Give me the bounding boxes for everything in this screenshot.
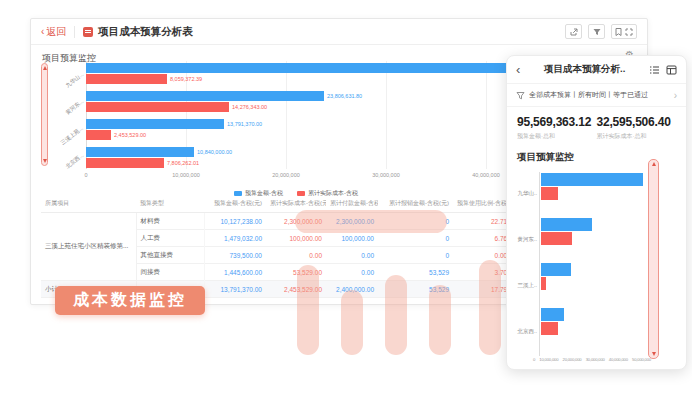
value-cell: 5,019,004.01 [266,298,326,306]
bar[interactable] [541,308,564,321]
bar[interactable] [86,119,224,129]
value-cell: 0 [378,213,453,230]
panel-title: 项目成本预算分析.. [520,63,649,76]
x-tick-label: 30,000,000 [372,172,400,178]
value-cell: 100,000.00 [266,230,326,247]
more-tools-button[interactable] [611,24,637,39]
column-header: 累计付款金额-含税(元) [326,195,378,213]
bar-group [541,172,643,200]
panel-chart-categories: 九华山..黄河东..三溪上..北京西.. [513,170,537,354]
x-tick-label: 20,000,000 [272,172,300,178]
project-cell: 三溪上苑住宅小区精装修第... [41,213,136,281]
metric-caption: 累计实际成本·总和 [597,132,677,141]
metric-budget-total: 95,569,363.12 预算金额·总和 [517,115,597,141]
chart-vertical-scrollbar[interactable] [41,63,48,166]
share-icon [570,28,578,36]
bar[interactable] [541,187,558,200]
value-cell: 0 [378,247,453,264]
bar[interactable] [541,232,572,245]
value-cell: 0.00 [266,247,326,264]
bar[interactable] [86,158,164,168]
bar-row [541,307,643,321]
bar-value-label: 23,806,631.80 [327,93,362,99]
bar-row [541,217,643,231]
bar-group [541,262,643,290]
value-cell: 1,479,032.00 [204,230,266,247]
panel-chart-xticks: 010,000,00020,000,00030,000,00040,000,00… [533,357,651,362]
filter-icon [593,28,601,36]
bar[interactable] [541,263,571,276]
bookmark-icon [615,28,622,36]
value-cell: 100,000.00 [326,230,378,247]
x-tick-label: 10,000,000 [172,172,200,178]
screen: ‹ 返回 项目成本预算分析表 [0,0,692,402]
titlebar-divider [74,26,75,38]
bar-row [541,276,643,290]
panel-filter-bar[interactable]: 全部成本预算丨所有时间丨等于已通过 › [507,83,686,107]
bar[interactable] [86,130,111,140]
filter-summary: 全部成本预算丨所有时间丨等于已通过 [529,90,670,100]
x-tick-label: 30,000,000 [586,357,605,362]
metric-caption: 预算金额·总和 [517,132,597,141]
x-tick-label: 20,000,000 [563,357,582,362]
bar-value-label: 14,276,343.00 [232,104,267,110]
list-view-icon[interactable] [649,65,660,75]
back-label: 返回 [46,25,66,39]
value-cell: 0 [378,298,453,306]
x-tick-label: 0 [84,172,87,178]
titlebar: ‹ 返回 项目成本预算分析表 [31,19,647,45]
value-cell: 10,127,238.00 [204,213,266,230]
value-cell: 2,300,000.00 [266,213,326,230]
bar[interactable] [86,63,557,73]
panel-header: ‹ 项目成本预算分析.. [507,56,686,83]
value-cell: 53,529 [378,264,453,281]
x-tick-label: 50,000,000 [632,357,651,362]
bar-row [541,321,643,335]
bar[interactable] [86,91,324,101]
bar[interactable] [541,218,592,231]
panel-chart-scrollbar[interactable] [648,159,659,359]
column-header: 预算类型 [136,195,204,213]
value-cell: 2,300,000.00 [326,213,378,230]
bar-value-label: 7,806,262.01 [167,160,199,166]
bar-row [541,186,643,200]
funnel-icon [516,86,525,104]
chevron-right-icon: › [674,90,677,101]
category-label: 北京西.. [513,308,537,354]
bar[interactable] [86,74,167,84]
bar-group [541,307,643,335]
bar[interactable] [541,173,643,186]
value-cell: 53,529 [378,281,453,298]
category-label: 九华山.. [513,170,537,216]
bar[interactable] [86,147,194,157]
bar-value-label: 10,840,000.00 [197,149,232,155]
annotation-label: 成本数据监控 [55,286,205,315]
column-header: 累计实际成本-含税(元) [266,195,326,213]
budget-type-cell: 其他直接费 [136,247,204,264]
filter-button[interactable] [588,24,605,39]
bar[interactable] [541,322,558,335]
report-icon [83,27,93,37]
back-link[interactable]: ‹ 返回 [41,25,66,39]
column-header: 累计报销金额-含税(元) [378,195,453,213]
x-tick-label: 10,000,000 [539,357,558,362]
metric-value: 95,569,363.12 [517,115,597,129]
bar-group [541,217,643,245]
table-view-icon[interactable] [666,65,677,75]
bar-value-label: 13,791,370.00 [227,121,262,127]
bar-row [541,172,643,186]
bar-row [541,262,643,276]
category-label: 黄河东.. [513,216,537,262]
back-arrow-icon: ‹ [41,26,44,37]
value-cell: 739,500.00 [204,247,266,264]
x-tick-label: 0 [533,357,535,362]
bar[interactable] [86,102,229,112]
value-cell: 2,453,529.00 [266,281,326,298]
column-header: 所属项目 [41,195,136,213]
panel-chart-legend: 预算金额总和累计实际成本总和 [507,368,686,370]
panel-chart-groups [539,172,643,356]
metric-value: 32,595,506.40 [597,115,677,129]
panel-header-icons [649,65,677,75]
bar[interactable] [541,277,546,290]
share-button[interactable] [565,24,582,39]
